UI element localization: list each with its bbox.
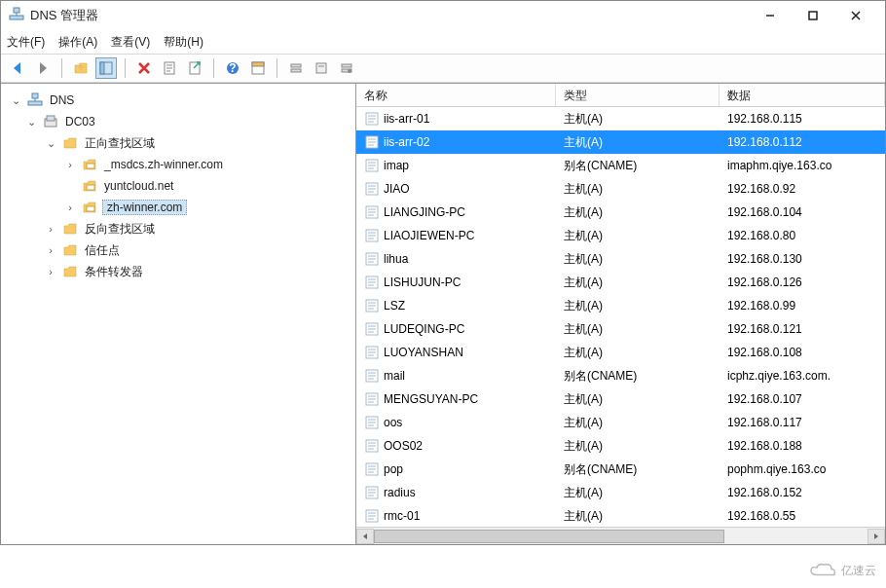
column-type[interactable]: 类型 [556,84,720,106]
record-type: 别名(CNAME) [556,158,720,174]
menu-file[interactable]: 文件(F) [7,34,45,51]
expand-icon[interactable]: › [44,223,57,235]
maximize-button[interactable] [792,2,834,29]
tree-label: 正向查找区域 [83,135,157,152]
tree-server[interactable]: ⌄ DC03 [5,111,351,132]
svg-rect-13 [316,63,326,73]
menu-help[interactable]: 帮助(H) [164,34,203,51]
record-type: 别名(CNAME) [556,368,720,385]
expand-icon[interactable]: › [63,159,77,170]
filter-button[interactable] [247,57,269,79]
menu-view[interactable]: 查看(V) [111,34,150,51]
record-data: 192.168.0.121 [720,322,885,336]
expand-icon[interactable]: › [44,244,57,256]
record-icon [364,391,380,407]
watermark: 亿速云 [808,561,876,580]
tree-trust-points[interactable]: › 信任点 [5,239,351,261]
record-row[interactable]: LIAOJIEWEN-PC主机(A)192.168.0.80 [356,224,885,247]
tree-conditional-forwarders[interactable]: › 条件转发器 [5,261,351,282]
collapse-icon[interactable]: ⌄ [44,137,57,150]
collapse-icon[interactable]: ⌄ [9,94,22,107]
record-row[interactable]: lihua主机(A)192.168.0.130 [356,247,885,271]
record-data: 192.168.0.126 [720,276,885,289]
list-body[interactable]: iis-arr-01主机(A)192.168.0.115iis-arr-02主机… [356,107,885,527]
svg-rect-14 [318,65,324,67]
expand-icon[interactable]: › [63,202,77,213]
record-name: imap [356,158,556,173]
folder-icon [61,135,79,151]
export-button[interactable] [184,57,205,79]
record-name: iis-arr-02 [356,134,556,150]
record-row[interactable]: rmc-01主机(A)192.168.0.55 [356,504,885,527]
content-area: ⌄ DNS ⌄ DC03 ⌄ 正向查找区域 › _msdcs.zh-winner… [1,83,885,544]
svg-rect-21 [47,116,55,121]
record-name: lihua [356,251,556,267]
record-row[interactable]: LISHUJUN-PC主机(A)192.168.0.126 [356,271,885,294]
horizontal-scrollbar[interactable] [356,527,885,544]
tree-zone-yuntcloud[interactable]: yuntcloud.net [5,175,351,197]
scroll-track[interactable] [374,529,868,544]
record-row[interactable]: JIAO主机(A)192.168.0.92 [356,177,885,201]
expand-icon[interactable]: › [44,266,57,277]
properties-button[interactable] [159,57,180,79]
record-icon [364,251,380,267]
menu-action[interactable]: 操作(A) [58,34,97,51]
record-row[interactable]: pop别名(CNAME)pophm.qiye.163.co [356,458,885,481]
record-data: 192.168.0.92 [720,182,885,196]
tree-forward-zones[interactable]: ⌄ 正向查找区域 [5,132,351,154]
record-data: imaphm.qiye.163.co [720,159,885,172]
scroll-left-arrow[interactable] [356,529,374,544]
help-button[interactable]: ? [222,57,243,79]
tree-label: _msdcs.zh-winner.com [102,158,225,171]
record-row[interactable]: radius主机(A)192.168.0.152 [356,481,885,504]
record-row[interactable]: LIANGJING-PC主机(A)192.168.0.104 [356,201,885,224]
column-data[interactable]: 数据 [720,84,885,106]
record-type: 主机(A) [556,111,720,128]
record-name: radius [356,485,556,500]
tree-panel[interactable]: ⌄ DNS ⌄ DC03 ⌄ 正向查找区域 › _msdcs.zh-winner… [1,84,356,544]
forward-button[interactable] [32,57,54,79]
scroll-right-arrow[interactable] [868,529,885,544]
record-row[interactable]: LUOYANSHAN主机(A)192.168.0.108 [356,341,885,364]
record-row[interactable]: mail别名(CNAME)icphz.qiye.163.com. [356,364,885,387]
menubar: 文件(F) 操作(A) 查看(V) 帮助(H) [1,30,885,54]
minimize-button[interactable] [749,2,792,29]
tree-root-dns[interactable]: ⌄ DNS [5,90,351,111]
zone-icon [81,200,98,215]
record-row[interactable]: LUDEQING-PC主机(A)192.168.0.121 [356,317,885,341]
record-type: 别名(CNAME) [556,461,720,478]
tree-zone-msdcs[interactable]: › _msdcs.zh-winner.com [5,154,351,175]
separator [61,58,62,78]
record-row[interactable]: oos主机(A)192.168.0.117 [356,411,885,434]
tree-reverse-zones[interactable]: › 反向查找区域 [5,218,351,239]
dns-icon [26,92,44,108]
scroll-thumb[interactable] [374,530,724,543]
record-type: 主机(A) [556,181,720,198]
record-name: LISHUJUN-PC [356,275,556,290]
tree-zone-zhwinner[interactable]: › zh-winner.com [5,197,351,218]
server-icon-1[interactable] [285,57,307,79]
record-row[interactable]: imap别名(CNAME)imaphm.qiye.163.co [356,154,885,177]
back-button[interactable] [7,57,28,79]
delete-button[interactable] [133,57,155,79]
record-row[interactable]: iis-arr-02主机(A)192.168.0.112 [356,130,885,154]
record-row[interactable]: iis-arr-01主机(A)192.168.0.115 [356,107,885,130]
record-row[interactable]: MENGSUYAN-PC主机(A)192.168.0.107 [356,387,885,411]
record-icon [364,228,380,243]
record-type: 主机(A) [556,415,720,431]
server-icon-3[interactable] [336,57,357,79]
show-hide-button[interactable] [95,57,117,79]
collapse-icon[interactable]: ⌄ [24,116,38,129]
up-button[interactable] [70,57,92,79]
record-row[interactable]: LSZ主机(A)192.168.0.99 [356,294,885,317]
list-header: 名称 类型 数据 [356,84,885,107]
close-button[interactable] [834,2,877,29]
server-icon-2[interactable] [311,57,332,79]
app-icon [9,7,24,25]
svg-rect-10 [252,62,264,66]
tree-label: yuntcloud.net [102,179,175,193]
column-name[interactable]: 名称 [356,84,556,106]
server-icon [42,114,59,129]
record-icon [364,485,380,500]
record-row[interactable]: OOS02主机(A)192.168.0.188 [356,434,885,458]
